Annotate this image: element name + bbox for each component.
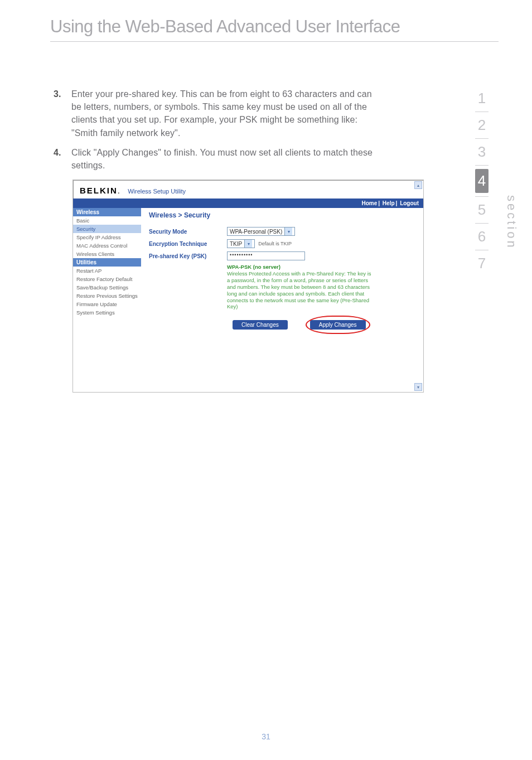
logout-link[interactable]: Logout	[400, 200, 419, 206]
help-link[interactable]: Help	[383, 200, 395, 206]
breadcrumb: Wireless > Security	[149, 211, 418, 219]
apply-changes-button[interactable]: Apply Changes	[310, 320, 366, 330]
section-3[interactable]: 3	[465, 140, 499, 164]
step-number: 4.	[54, 146, 71, 172]
step-text: Enter your pre-shared key. This can be f…	[71, 88, 379, 139]
encryption-label: Encryption Technique	[149, 241, 227, 247]
brand-subtitle: Wireless Setup Utility	[128, 188, 186, 195]
section-1[interactable]: 1	[465, 86, 499, 110]
encryption-value: TKIP	[230, 241, 242, 247]
sidebar-item-mac[interactable]: MAC Address Control	[73, 241, 141, 250]
button-row: Clear Changes Apply Changes	[233, 320, 418, 330]
sidebar-item-save-backup[interactable]: Save/Backup Settings	[73, 283, 141, 292]
row-psk: Pre-shared Key (PSK) ••••••••••	[149, 251, 418, 260]
sidebar-item-ip[interactable]: Specify IP Address	[73, 233, 141, 241]
desc-body: Wireless Protected Access with a Pre-Sha…	[227, 270, 371, 309]
section-4-active[interactable]: 4	[475, 169, 489, 193]
scroll-up-icon[interactable]: ▴	[414, 181, 422, 189]
rail-sep	[475, 112, 489, 112]
chevron-down-icon: ▾	[284, 227, 292, 235]
rail-label: section	[504, 195, 519, 250]
sidebar-group-utilities: Utilities	[73, 258, 141, 267]
rail-sep	[475, 250, 489, 250]
sidebar-item-clients[interactable]: Wireless Clients	[73, 250, 141, 258]
encryption-select[interactable]: TKIP ▾	[227, 239, 255, 248]
sidebar-item-security[interactable]: Security	[73, 225, 141, 233]
desc-title: WPA-PSK (no server)	[227, 264, 280, 270]
step-4: 4. Click "Apply Changes" to finish. You …	[54, 146, 379, 172]
section-6[interactable]: 6	[465, 225, 499, 249]
section-2[interactable]: 2	[465, 113, 499, 137]
brand-text: BELKIN	[80, 186, 118, 195]
rail-sep	[475, 196, 489, 197]
rail-sep	[475, 165, 489, 166]
rail-sep	[475, 138, 489, 139]
sidebar-group-wireless: Wireless	[73, 208, 141, 216]
section-7[interactable]: 7	[465, 251, 499, 275]
scroll-down-icon[interactable]: ▾	[414, 383, 422, 391]
utility-screenshot: ▴ ▾ BELKIN. Wireless Setup Utility Home|…	[72, 180, 424, 393]
rail-sep	[475, 223, 489, 224]
sidebar-item-basic[interactable]: Basic	[73, 216, 141, 225]
sidebar-item-restore-prev[interactable]: Restore Previous Settings	[73, 292, 141, 300]
step-number: 3.	[54, 88, 71, 139]
clear-changes-button[interactable]: Clear Changes	[233, 320, 288, 330]
step-text: Click "Apply Changes" to finish. You mus…	[71, 146, 379, 172]
content-area: 3. Enter your pre-shared key. This can b…	[0, 42, 402, 393]
sidebar: Wireless Basic Security Specify IP Addre…	[73, 208, 141, 392]
sidebar-item-restart[interactable]: Restart AP	[73, 267, 141, 275]
psk-label: Pre-shared Key (PSK)	[149, 253, 227, 259]
encryption-hint: Default is TKIP	[258, 241, 292, 246]
section-rail: 1 2 3 4 5 6 7 section	[465, 86, 499, 275]
row-encryption: Encryption Technique TKIP ▾ Default is T…	[149, 239, 418, 248]
main-pane: Wireless > Security Security Mode WPA-Pe…	[141, 208, 423, 392]
section-5[interactable]: 5	[465, 198, 499, 222]
brand-logo: BELKIN. Wireless Setup Utility	[80, 186, 186, 195]
apply-label: Apply Changes	[319, 322, 357, 328]
sidebar-item-system[interactable]: System Settings	[73, 308, 141, 317]
security-mode-select[interactable]: WPA-Personal (PSK) ▾	[227, 227, 295, 236]
page-title: Using the Web-Based Advanced User Interf…	[0, 0, 532, 41]
home-link[interactable]: Home	[361, 200, 377, 206]
page-number: 31	[0, 732, 532, 741]
psk-description: WPA-PSK (no server) Wireless Protected A…	[227, 264, 372, 310]
top-nav-bar: Home| Help| Logout	[73, 199, 423, 208]
sidebar-item-firmware[interactable]: Firmware Update	[73, 300, 141, 308]
row-security-mode: Security Mode WPA-Personal (PSK) ▾	[149, 227, 418, 236]
sidebar-item-restore-default[interactable]: Restore Factory Default	[73, 275, 141, 283]
step-3: 3. Enter your pre-shared key. This can b…	[54, 88, 379, 139]
chevron-down-icon: ▾	[244, 240, 252, 248]
utility-header: BELKIN. Wireless Setup Utility	[73, 180, 423, 199]
security-mode-label: Security Mode	[149, 229, 227, 235]
psk-input[interactable]: ••••••••••	[227, 251, 305, 260]
security-mode-value: WPA-Personal (PSK)	[230, 229, 282, 235]
